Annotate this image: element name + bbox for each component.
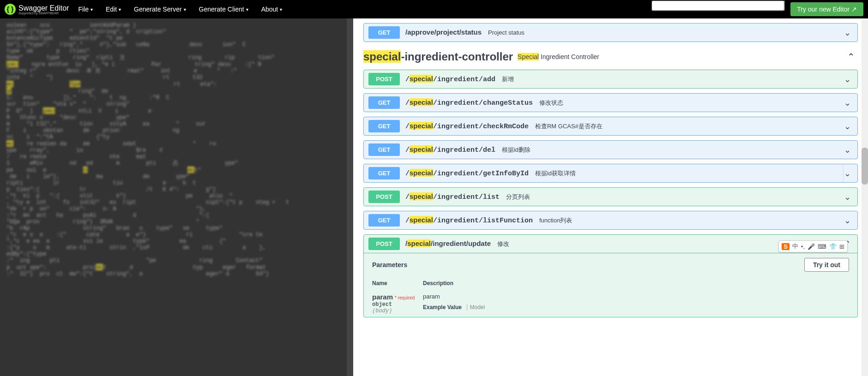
op-path: /special/ingredient/checkRmCode xyxy=(405,122,529,131)
ime-logo-icon: S xyxy=(782,243,790,250)
op-summary: 检查RM GCAS#是否存在 xyxy=(535,122,603,131)
logo-text: Swagger Editor xyxy=(18,4,69,12)
menu-file[interactable]: File xyxy=(78,6,93,13)
param-in: (body) xyxy=(372,308,423,314)
search-input[interactable] xyxy=(651,0,785,11)
op-row[interactable]: GET/special/ingredient/del根据id删除⌄ xyxy=(363,140,858,159)
chevron-down-icon: ⌄ xyxy=(844,168,851,179)
tag-description: Special Ingredient Controller xyxy=(518,53,599,60)
method-badge: GET xyxy=(368,214,400,227)
try-new-editor-button[interactable]: Try our new Editor ↗ xyxy=(790,2,863,16)
editor-pane[interactable]: oolean sco ientAddParam } ailVO":{"type"… xyxy=(0,18,353,376)
menu-generate-server[interactable]: Generate Server xyxy=(134,6,186,13)
try-it-out-button[interactable]: Try it out xyxy=(804,258,849,272)
op-row[interactable]: POST/special/ingredient/list分页列表⌄ xyxy=(363,187,858,206)
chevron-down-icon: ⌄ xyxy=(844,215,851,226)
parameters-title: Parameters xyxy=(372,261,407,269)
op-row[interactable]: GET/special/ingredient/checkRmCode检查RM G… xyxy=(363,117,858,136)
param-type: object xyxy=(372,301,423,308)
method-badge: GET xyxy=(368,120,400,132)
op-approve-project-status[interactable]: GET /approve/project/status Project stat… xyxy=(363,23,858,42)
col-description: Description xyxy=(423,280,849,286)
chevron-down-icon: ⌄ xyxy=(844,74,851,84)
op-row[interactable]: GET/special/ingredient/changeStatus修改状态⌄ xyxy=(363,93,858,112)
op-path: /special/ingredient/changeStatus xyxy=(405,98,533,107)
editor-scrollbar[interactable] xyxy=(347,18,353,376)
topbar: { } Swagger Editor Supported by SMARTBEA… xyxy=(0,0,868,18)
menu-generate-client[interactable]: Generate Client xyxy=(199,6,248,13)
editor-code[interactable]: oolean sco ientAddParam } ailVO":{"type"… xyxy=(0,18,353,281)
swagger-preview-pane[interactable]: GET /approve/project/status Project stat… xyxy=(353,18,868,376)
page-scrollbar[interactable] xyxy=(862,18,868,376)
menu-about[interactable]: About xyxy=(261,6,283,13)
example-value-tab[interactable]: Example Value xyxy=(423,304,462,310)
chevron-down-icon: ⌄ xyxy=(844,98,851,108)
op-path: /special/ingredient/update xyxy=(405,239,491,248)
chevron-down-icon: ⌄ xyxy=(844,28,851,38)
logo: { } Swagger Editor Supported by SMARTBEA… xyxy=(5,4,69,15)
op-summary: 修改 xyxy=(497,240,509,248)
op-summary: 修改状态 xyxy=(539,99,563,107)
op-path: /special/ingredient/add xyxy=(405,75,495,84)
op-path: /special/ingredient/getInfoById xyxy=(405,169,529,178)
method-badge-post: POST xyxy=(368,238,400,250)
op-summary: 分页列表 xyxy=(506,193,530,201)
param-table-header: Name Description xyxy=(364,276,857,290)
scrollbar-thumb[interactable] xyxy=(862,148,868,185)
chevron-down-icon: ⌄ xyxy=(844,121,851,131)
ime-lang[interactable]: 中 xyxy=(792,242,798,251)
method-badge: POST xyxy=(368,191,400,203)
param-name: param xyxy=(372,293,393,301)
method-badge: GET xyxy=(368,167,400,179)
ime-mic-icon[interactable]: 🎤 xyxy=(808,243,815,250)
op-path: /approve/project/status xyxy=(405,28,482,37)
chevron-down-icon: ⌄ xyxy=(844,145,851,155)
op-summary: 根据id删除 xyxy=(502,146,530,154)
op-path: /special/ingredient/listFunction xyxy=(405,216,533,225)
model-tab[interactable]: Model xyxy=(467,304,485,310)
tag-special-ingredient-controller[interactable]: special-ingredient-controller Special In… xyxy=(363,50,858,63)
param-description: param xyxy=(423,293,849,300)
menu-edit[interactable]: Edit xyxy=(106,6,121,13)
op-row[interactable]: GET/special/ingredient/getInfoById根据id获取… xyxy=(363,164,858,183)
method-badge: GET xyxy=(368,96,400,109)
op-summary: 新增 xyxy=(502,75,514,84)
op-summary: 根据id获取详情 xyxy=(535,169,576,178)
chevron-up-icon: ⌃ xyxy=(847,51,855,62)
tag-name: special-ingredient-controller xyxy=(363,50,513,63)
param-row: param* required object (body) param Exam… xyxy=(364,290,857,317)
chevron-down-icon: ⌄ xyxy=(844,192,851,202)
op-summary: function列表 xyxy=(539,216,573,225)
op-row[interactable]: GET/special/ingredient/listFunctionfunct… xyxy=(363,211,858,230)
op-summary: Project status xyxy=(488,29,524,36)
op-row[interactable]: POST/special/ingredient/add新增⌄ xyxy=(363,70,858,89)
col-name: Name xyxy=(372,280,423,286)
parameters-section: Parameters Try it out Name Description p… xyxy=(364,253,857,317)
ime-punct[interactable]: •, xyxy=(801,243,805,250)
required-badge: * required xyxy=(395,295,415,300)
ime-more-icon[interactable]: ⊞ xyxy=(839,243,844,250)
ime-skin-icon[interactable]: 👕 xyxy=(829,243,837,250)
swagger-logo-icon: { } xyxy=(5,4,16,15)
top-menu: File Edit Generate Server Generate Clien… xyxy=(78,6,282,13)
op-path: /special/ingredient/list xyxy=(405,192,500,201)
op-path: /special/ingredient/del xyxy=(405,145,495,154)
ime-toolbar[interactable]: S 中 •, 🎤 ⌨ 👕 ⊞ xyxy=(778,240,848,252)
ime-keyboard-icon[interactable]: ⌨ xyxy=(818,243,826,250)
method-badge: GET xyxy=(368,143,400,156)
method-badge-get: GET xyxy=(368,26,400,39)
method-badge: POST xyxy=(368,73,400,85)
